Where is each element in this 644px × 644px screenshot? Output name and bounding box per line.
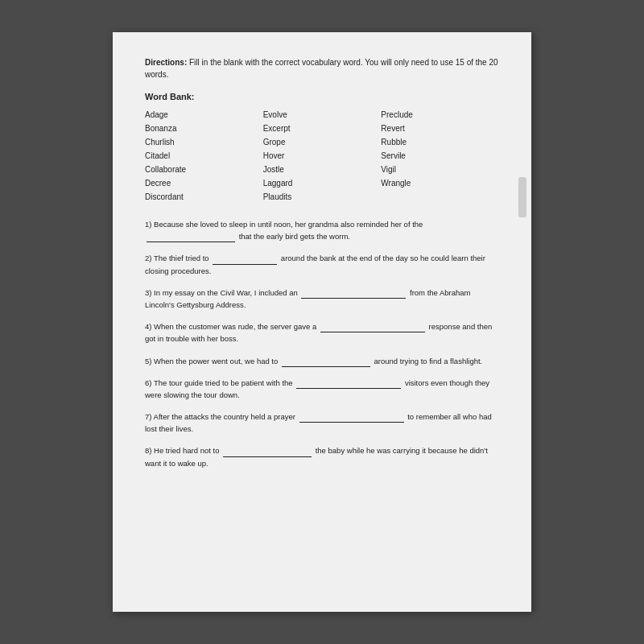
word-vigil: Vigil [381,163,499,176]
question-5: 5) When the power went out, we had to ar… [145,355,499,367]
word-rubble: Rubble [381,135,499,149]
word-bank-col-1: Adage Bonanza Churlish Citadel Collabora… [145,108,263,204]
word-bank-col-2: Evolve Excerpt Grope Hover Jostle Laggar… [263,108,382,204]
questions-section: 1) Because she loved to sleep in until n… [145,218,499,469]
question-6-text: 6) The tour guide tried to be patient wi… [145,378,489,399]
word-bank-col-3: Preclude Revert Rubble Servile Vigil Wra… [381,108,499,204]
blank-7[interactable] [299,415,404,423]
question-3: 3) In my essay on the Civil War, I inclu… [145,287,499,311]
word-plaudits: Plaudits [263,190,382,204]
question-7: 7) After the attacks the country held a … [145,411,499,435]
word-citadel: Citadel [145,149,263,163]
word-bank: Adage Bonanza Churlish Citadel Collabora… [145,108,499,204]
question-5-text: 5) When the power went out, we had to ar… [145,357,482,365]
word-grope: Grope [263,135,382,149]
word-evolve: Evolve [263,108,382,122]
word-hover: Hover [263,149,382,163]
question-3-text: 3) In my essay on the Civil War, I inclu… [145,288,471,309]
scrollbar[interactable] [518,177,526,217]
blank-2[interactable] [213,257,277,265]
question-8-text: 8) He tried hard not to the baby while h… [145,446,488,467]
word-revert: Revert [381,122,499,135]
word-bonanza: Bonanza [145,122,263,135]
question-1-text: 1) Because she loved to sleep in until n… [145,220,423,241]
word-excerpt: Excerpt [263,122,382,135]
question-7-text: 7) After the attacks the country held a … [145,412,492,433]
blank-1[interactable] [147,234,235,242]
question-4: 4) When the customer was rude, the serve… [145,320,499,345]
blank-6[interactable] [296,381,401,389]
word-wrangle: Wrangle [381,176,499,190]
question-4-text: 4) When the customer was rude, the serve… [145,322,492,343]
question-2: 2) The thief tried to around the bank at… [145,252,499,276]
word-laggard: Laggard [263,176,382,190]
question-6: 6) The tour guide tried to be patient wi… [145,377,499,401]
question-1: 1) Because she loved to sleep in until n… [145,218,499,242]
directions-text: Fill in the blank with the correct vocab… [145,58,498,79]
blank-5[interactable] [282,359,370,367]
blank-4[interactable] [320,324,425,332]
worksheet-page: Directions: Fill in the blank with the c… [113,32,531,612]
word-discordant: Discordant [145,190,263,204]
blank-3[interactable] [301,291,406,299]
directions-label: Directions: [145,58,187,67]
question-2-text: 2) The thief tried to around the bank at… [145,254,485,275]
word-preclude: Preclude [381,108,499,122]
word-decree: Decree [145,176,263,190]
word-churlish: Churlish [145,135,263,149]
word-bank-title: Word Bank: [145,92,499,101]
word-jostle: Jostle [263,163,382,176]
directions-section: Directions: Fill in the blank with the c… [145,56,499,80]
word-servile: Servile [381,149,499,163]
word-collaborate: Collaborate [145,163,263,176]
blank-8[interactable] [223,449,312,457]
question-8: 8) He tried hard not to the baby while h… [145,444,499,469]
word-adage: Adage [145,108,263,122]
